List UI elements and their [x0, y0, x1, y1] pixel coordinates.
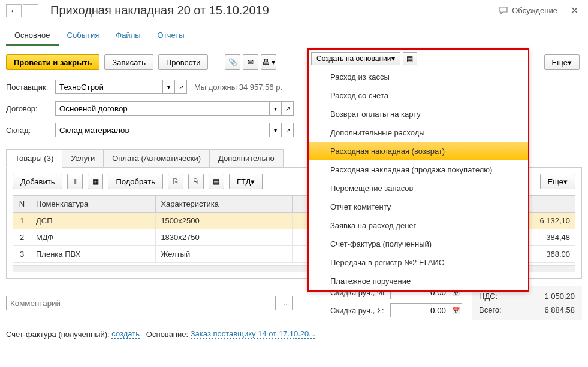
sheet-icon[interactable]: ▤ — [209, 174, 224, 189]
dropdown-item[interactable]: Счет-фактура (полученный) — [309, 235, 528, 253]
print-icon[interactable]: 🖶 ▾ — [261, 54, 276, 70]
discount-sum-input[interactable] — [390, 303, 450, 317]
subtab-payment[interactable]: Оплата (Автоматически) — [104, 149, 210, 168]
tab-events[interactable]: События — [59, 26, 108, 46]
chat-icon — [499, 7, 509, 15]
calc-icon[interactable]: 📅 — [450, 303, 462, 317]
vat-value: 1 050,20 — [544, 292, 575, 301]
col-nomenclature[interactable]: Номенклатура — [31, 196, 156, 213]
gtd-button[interactable]: ГТД ▾ — [229, 174, 263, 189]
create-based-dropdown: Создать на основании ▾ ▤ Расход из кассы… — [307, 48, 529, 292]
scan-icon[interactable]: ▦ — [88, 174, 103, 189]
warehouse-label: Склад: — [6, 126, 55, 135]
contract-input[interactable] — [55, 101, 270, 116]
related-docs-icon[interactable]: ▤ — [403, 52, 417, 65]
dropdown-item[interactable]: Дополнительные расходы — [309, 123, 528, 142]
add-row-button[interactable]: Добавить — [13, 174, 62, 189]
attach-icon[interactable]: 📎 — [225, 54, 240, 70]
basis-label: Основание: — [146, 330, 188, 339]
subtab-additional[interactable]: Дополнительно — [210, 149, 284, 168]
create-based-button[interactable]: Создать на основании ▾ — [311, 52, 400, 65]
barcode-icon[interactable]: ⦀ — [67, 174, 83, 189]
contract-dropdown-icon[interactable]: ▾ — [270, 101, 282, 116]
dropdown-item[interactable]: Расходная накладная (продажа покупателю) — [309, 160, 528, 179]
supplier-label: Поставщик: — [6, 83, 55, 92]
contract-label: Договор: — [6, 104, 55, 113]
subtab-services[interactable]: Услуги — [62, 149, 104, 168]
forward-button[interactable]: → — [23, 4, 38, 17]
subtab-goods[interactable]: Товары (3) — [6, 149, 62, 168]
table-more-button[interactable]: Еще ▾ — [540, 174, 575, 189]
discuss-button[interactable]: Обсуждение — [499, 6, 557, 15]
dropdown-item[interactable]: Перемещение запасов — [309, 179, 528, 198]
col-characteristic[interactable]: Характеристика — [156, 196, 292, 213]
debt-text: Мы должны 34 957,56 р. — [194, 83, 282, 92]
post-and-close-button[interactable]: Провести и закрыть — [6, 54, 99, 70]
back-button[interactable]: ← — [6, 4, 22, 17]
invoice-create-link[interactable]: создать — [111, 329, 140, 339]
dropdown-item[interactable]: Платежное поручение — [309, 272, 528, 290]
comment-expand-icon[interactable]: … — [281, 296, 293, 310]
paste-icon[interactable]: ⎗ — [188, 174, 204, 189]
dropdown-item[interactable]: Расходная накладная (возврат) — [309, 142, 528, 160]
dropdown-item[interactable]: Передача в регистр №2 ЕГАИС — [309, 253, 528, 272]
tab-reports[interactable]: Отчеты — [149, 26, 193, 46]
page-title: Приходная накладная 20 от 15.10.2019 — [50, 4, 499, 17]
col-total[interactable] — [521, 196, 575, 213]
copy-icon[interactable]: ⎘ — [168, 174, 183, 189]
tab-files[interactable]: Файлы — [107, 26, 149, 46]
mail-icon[interactable]: ✉ — [243, 54, 258, 70]
dropdown-item[interactable]: Отчет комитенту — [309, 198, 528, 216]
warehouse-dropdown-icon[interactable]: ▾ — [270, 123, 282, 137]
dropdown-item[interactable]: Расход из кассы — [309, 68, 528, 86]
discount-sum-label: Скидка руч., Σ: — [330, 306, 390, 315]
dropdown-item[interactable]: Расход со счета — [309, 86, 528, 105]
supplier-dropdown-icon[interactable]: ▾ — [163, 80, 175, 94]
post-button[interactable]: Провести — [158, 54, 209, 70]
close-button[interactable]: ✕ — [567, 5, 582, 16]
supplier-input[interactable] — [55, 80, 163, 94]
dropdown-item[interactable]: Возврат оплаты на карту — [309, 105, 528, 123]
more-button[interactable]: Еще ▾ — [544, 54, 580, 70]
tab-main[interactable]: Основное — [6, 26, 59, 46]
pick-button[interactable]: Подобрать — [108, 174, 162, 189]
comment-input[interactable] — [6, 296, 276, 310]
supplier-open-icon[interactable]: ↗ — [175, 80, 187, 94]
warehouse-input[interactable] — [55, 123, 270, 137]
save-button[interactable]: Записать — [104, 54, 153, 70]
warehouse-open-icon[interactable]: ↗ — [282, 123, 294, 137]
total-value: 6 884,58 — [544, 305, 575, 314]
invoice-label: Счет-фактура (полученный): — [6, 330, 110, 339]
contract-open-icon[interactable]: ↗ — [282, 101, 294, 116]
dropdown-item[interactable]: Заявка на расход денег — [309, 216, 528, 235]
col-n[interactable]: N — [13, 196, 31, 213]
total-label: Всего: — [479, 305, 502, 314]
basis-link[interactable]: Заказ поставщику 14 от 17.10.20... — [191, 329, 315, 339]
vat-label: НДС: — [479, 292, 497, 301]
